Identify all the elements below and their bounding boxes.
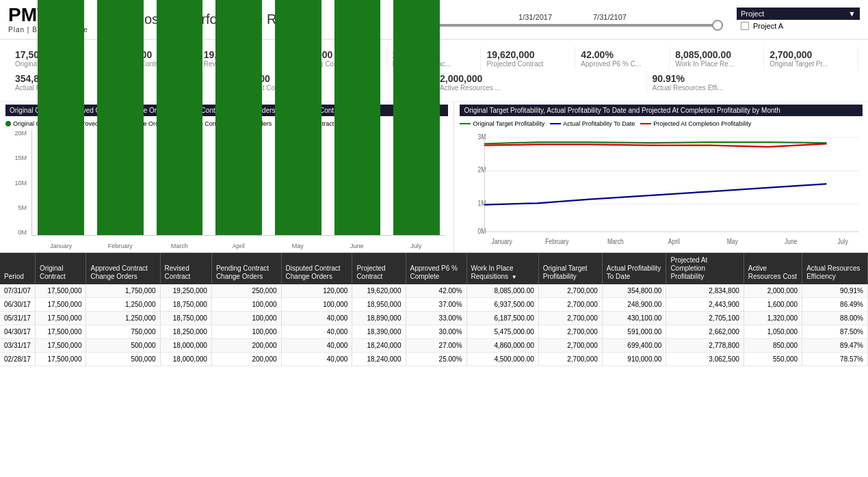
table-cell: 2,778,800 — [666, 339, 744, 353]
kpi-label: Work In Place Re... — [675, 60, 758, 68]
kpi-item: 2,700,000Original Target Pr... — [764, 46, 858, 70]
table-cell: 1,320,000 — [744, 312, 802, 325]
legend-color — [550, 123, 561, 124]
table-cell: 750,000 — [86, 325, 160, 339]
table-row: 05/31/1717,500,0001,250,00018,750,000100… — [0, 312, 868, 325]
table-cell: 8,085,000.00 — [466, 284, 538, 298]
table-cell: 07/31/07 — [0, 284, 35, 298]
x-label: April — [209, 243, 267, 249]
table-cell: 18,000,000 — [160, 353, 211, 366]
legend-color — [460, 123, 471, 124]
table-cell: 78.57% — [802, 353, 868, 366]
kpi-label: Original Target Pr... — [770, 60, 852, 68]
table-cell: 40,000 — [281, 339, 352, 353]
table-column-header[interactable]: Period — [0, 253, 35, 284]
table-column-header[interactable]: Work In Place Requisitions ▼ — [466, 253, 538, 284]
table-cell: 200,000 — [211, 339, 281, 353]
table-column-header[interactable]: Disputed Contract Change Orders — [281, 253, 352, 284]
table-cell: 500,000 — [86, 353, 160, 366]
table-cell: 42.00% — [406, 284, 466, 298]
table-column-header[interactable]: Approved Contract Change Orders — [86, 253, 160, 284]
svg-text:March: March — [607, 238, 624, 245]
date-slider[interactable] — [422, 24, 723, 27]
date-range: 1/31/2017 7/31/2107 — [422, 13, 723, 27]
table-cell: 17,500,000 — [35, 339, 86, 353]
kpi-value: 90.91% — [653, 73, 854, 84]
date-start: 1/31/2017 — [518, 13, 552, 21]
bar-chart-container: Original Contract, Approved Contract Cha… — [0, 102, 454, 252]
table-row: 04/30/1717,500,000750,00018,250,000100,0… — [0, 325, 868, 339]
table-cell: 1,050,000 — [744, 325, 802, 339]
table-cell: 17,500,000 — [35, 353, 86, 366]
x-label: June — [327, 243, 386, 249]
kpi-value: 19,620,000 — [486, 49, 569, 60]
x-label: March — [150, 243, 209, 249]
project-label: Project — [741, 10, 764, 18]
legend-label: Original Target Profitability — [473, 120, 544, 127]
table-cell: 30.00% — [406, 325, 466, 339]
project-filter: Project ▼ Project A — [737, 8, 860, 32]
table-column-header[interactable]: Pending Contract Change Orders — [211, 253, 281, 284]
table-cell: 2,834,800 — [666, 284, 744, 298]
bar-green — [38, 0, 84, 235]
table-cell: 2,700,000 — [538, 339, 602, 353]
table-cell: 1,750,000 — [86, 284, 160, 298]
table-cell: 40,000 — [281, 312, 352, 325]
x-label: January — [31, 243, 90, 249]
table-cell: 248,900.00 — [602, 298, 666, 312]
table-cell: 18,250,000 — [160, 325, 211, 339]
table-column-header[interactable]: Active Resources Cost — [744, 253, 802, 284]
table-cell: 06/30/17 — [0, 298, 35, 312]
kpi-item: 2,000,000Active Resources ... — [434, 70, 647, 94]
table-cell: 19,250,000 — [160, 284, 211, 298]
table-column-header[interactable]: Projected Contract — [352, 253, 406, 284]
table-cell: 25.00% — [406, 353, 466, 366]
legend-item: Actual Profitability To Date — [550, 120, 635, 127]
table-cell: 6,187,500.00 — [466, 312, 538, 325]
slider-thumb-right[interactable] — [712, 20, 723, 31]
table-column-header[interactable]: Original Target Profitability — [538, 253, 602, 284]
charts-section: Original Contract, Approved Contract Cha… — [0, 102, 868, 253]
legend-color — [640, 123, 651, 124]
project-checkbox[interactable] — [741, 22, 749, 30]
table-column-header[interactable]: Revised Contract — [160, 253, 211, 284]
table-column-header[interactable]: Projected At Completion Profitability — [666, 253, 744, 284]
line-chart-container: Original Target Profitability, Actual Pr… — [454, 102, 868, 252]
table-cell: 18,240,000 — [352, 339, 406, 353]
table-cell: 89.47% — [802, 339, 868, 353]
table-cell: 200,000 — [211, 353, 281, 366]
bar-y-axis: 20M 15M 10M 5M 0M — [5, 130, 29, 236]
bar-group — [92, 130, 150, 235]
project-item[interactable]: Project A — [737, 20, 860, 32]
table-cell: 2,700,000 — [538, 298, 602, 312]
table-cell: 699,400.00 — [602, 339, 666, 353]
table-column-header[interactable]: Original Contract — [35, 253, 86, 284]
table-cell: 591,000.00 — [602, 325, 666, 339]
legend-color — [5, 121, 11, 126]
data-table: PeriodOriginal ContractApproved Contract… — [0, 253, 868, 366]
project-dropdown-icon[interactable]: ▼ — [848, 10, 856, 18]
x-label: May — [268, 243, 327, 249]
table-cell: 354,800.00 — [602, 284, 666, 298]
table-column-header[interactable]: Actual Resources Efficiency — [802, 253, 868, 284]
kpi-item: 90.91%Actual Resources Effi... — [647, 70, 859, 94]
svg-text:July: July — [838, 238, 848, 245]
table-cell: 40,000 — [281, 353, 352, 366]
bars-area — [31, 130, 445, 236]
table-cell: 17,500,000 — [35, 298, 86, 312]
bar-group — [32, 130, 90, 235]
bar-x-labels: JanuaryFebruaryMarchAprilMayJuneJuly — [31, 243, 445, 249]
svg-text:1M: 1M — [478, 200, 486, 207]
table-row: 06/30/1717,500,0001,250,00018,750,000100… — [0, 298, 868, 312]
table-column-header[interactable]: Actual Profitability To Date — [602, 253, 666, 284]
bar-group — [210, 130, 268, 235]
table-column-header[interactable]: Approved P6 % Complete — [406, 253, 466, 284]
project-filter-header: Project ▼ — [737, 8, 860, 20]
data-table-section: PeriodOriginal ContractApproved Contract… — [0, 253, 868, 366]
table-cell: 27.00% — [406, 339, 466, 353]
bar-group — [328, 130, 386, 235]
table-cell: 03/31/17 — [0, 339, 35, 353]
bar-green — [97, 0, 144, 235]
table-cell: 17,500,000 — [35, 325, 86, 339]
kpi-label: Approved P6 % C... — [581, 60, 663, 68]
